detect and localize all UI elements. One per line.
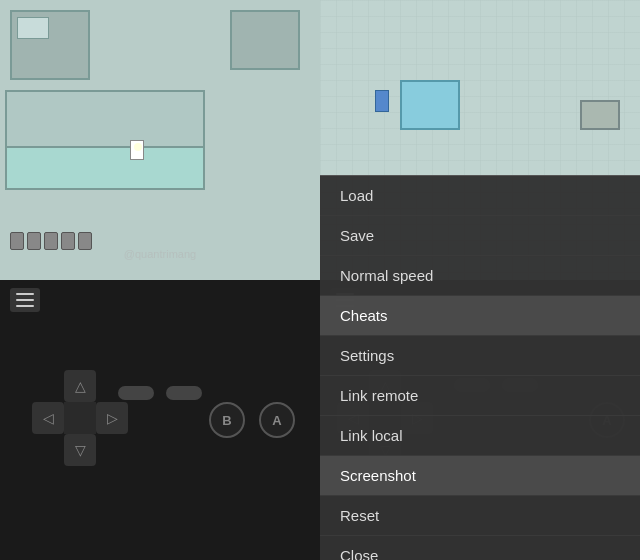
b-button-left[interactable]: B	[209, 402, 245, 438]
building-top-left	[10, 10, 90, 80]
barrel-5	[78, 232, 92, 250]
dpad-right-button[interactable]: ▷	[96, 402, 128, 434]
menu-item-settings[interactable]: Settings	[320, 336, 640, 376]
dpad-down-button[interactable]: ▽	[64, 434, 96, 466]
building-top-right	[230, 10, 300, 70]
dropdown-menu: Load Save Normal speed Cheats Settings L…	[320, 175, 640, 560]
controls-left: △ ◁ ▷ ▽ B A	[0, 280, 320, 560]
menu-item-load[interactable]: Load	[320, 176, 640, 216]
right-panel: △ ◁ ▷ ▽ A Load Save Normal speed Cheats …	[320, 0, 640, 560]
hamburger-line-2	[16, 299, 34, 301]
hamburger-line-3	[16, 305, 34, 307]
counter-object	[580, 100, 620, 130]
gb-background-left	[0, 0, 320, 280]
ab-buttons-left: B A	[209, 402, 295, 438]
a-button-left[interactable]: A	[259, 402, 295, 438]
dpad-middle-row: ◁ ▷	[30, 402, 130, 434]
dpad-left: △ ◁ ▷ ▽	[30, 370, 130, 470]
barrel-2	[27, 232, 41, 250]
npc-sprite	[375, 90, 389, 112]
dpad-top-row: △	[30, 370, 130, 402]
menu-item-close[interactable]: Close	[320, 536, 640, 560]
menu-item-link-remote[interactable]: Link remote	[320, 376, 640, 416]
menu-item-link-local[interactable]: Link local	[320, 416, 640, 456]
dpad-up-button[interactable]: △	[64, 370, 96, 402]
game-screen-left: @quantrimang	[0, 0, 320, 280]
screen-object	[400, 80, 460, 130]
menu-item-reset[interactable]: Reset	[320, 496, 640, 536]
menu-item-save[interactable]: Save	[320, 216, 640, 256]
select-button[interactable]	[118, 386, 154, 400]
menu-item-cheats[interactable]: Cheats	[320, 296, 640, 336]
hamburger-line-1	[16, 293, 34, 295]
menu-item-screenshot[interactable]: Screenshot	[320, 456, 640, 496]
player-sprite-left	[130, 140, 144, 160]
barrel-1	[10, 232, 24, 250]
menu-button-left[interactable]	[10, 288, 40, 312]
barrels	[10, 232, 92, 250]
start-select-buttons	[118, 386, 202, 400]
barrel-4	[61, 232, 75, 250]
start-button[interactable]	[166, 386, 202, 400]
dpad-left-button[interactable]: ◁	[32, 402, 64, 434]
dpad-bottom-row: ▽	[30, 434, 130, 466]
dpad-center	[64, 402, 96, 434]
building-middle	[5, 90, 205, 190]
left-panel: @quantrimang △ ◁ ▷ ▽	[0, 0, 320, 560]
barrel-3	[44, 232, 58, 250]
menu-item-normal-speed[interactable]: Normal speed	[320, 256, 640, 296]
